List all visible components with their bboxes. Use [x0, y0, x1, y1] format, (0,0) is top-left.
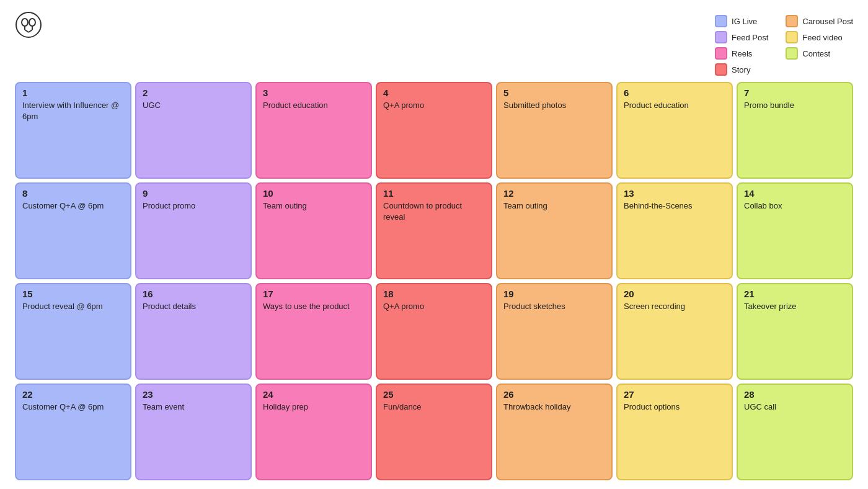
cell-content: UGC: [143, 100, 244, 111]
calendar-cell: 24Holiday prep: [255, 384, 372, 480]
legend-dot-reels: [715, 47, 727, 60]
calendar-cell: 12Team outing: [496, 182, 613, 279]
cell-content: Holiday prep: [263, 402, 365, 413]
cell-number: 4: [383, 88, 485, 97]
calendar-cell: 17Ways to use the product: [255, 283, 372, 380]
svg-point-0: [16, 12, 41, 37]
cell-number: 27: [624, 390, 725, 399]
legend-label-ig-live: IG Live: [732, 17, 757, 26]
cell-content: Q+A promo: [383, 100, 485, 111]
legend-item-feed-post: Feed Post: [715, 31, 768, 43]
svg-point-1: [22, 19, 28, 26]
cell-content: Q+A promo: [383, 301, 485, 312]
legend-label-reels: Reels: [732, 49, 752, 58]
cell-content: Product details: [143, 301, 244, 312]
cell-number: 6: [624, 88, 725, 97]
calendar-cell: 25Fun/dance: [376, 384, 492, 480]
cell-number: 28: [744, 390, 846, 399]
cell-number: 18: [383, 289, 485, 298]
legend-item-feed-video: Feed video: [786, 31, 853, 43]
legend-item-carousel: Carousel Post: [786, 15, 853, 27]
calendar-cell: 23Team event: [135, 384, 252, 480]
calendar-cell: 22Customer Q+A @ 6pm: [15, 384, 131, 480]
cell-number: 19: [503, 289, 605, 298]
calendar-grid: 1Interview with Influencer @ 6pm2UGC3Pro…: [15, 82, 853, 480]
page: IG LiveCarousel PostFeed PostFeed videoR…: [0, 0, 868, 489]
cell-content: Team outing: [263, 200, 365, 212]
svg-point-2: [29, 19, 35, 26]
legend: IG LiveCarousel PostFeed PostFeed videoR…: [715, 15, 853, 76]
cell-content: Product sketches: [503, 301, 605, 312]
calendar-cell: 4Q+A promo: [376, 82, 492, 179]
cell-number: 26: [503, 390, 605, 399]
calendar-cell: 13Behind-the-Scenes: [616, 182, 733, 279]
legend-item-ig-live: IG Live: [715, 15, 768, 27]
calendar-cell: 14Collab box: [737, 182, 853, 279]
legend-dot-story: [715, 63, 727, 76]
cell-number: 1: [22, 88, 124, 97]
cell-content: Team outing: [503, 200, 605, 212]
cell-content: Team event: [143, 402, 244, 413]
cell-number: 9: [143, 189, 244, 198]
cell-number: 17: [263, 289, 365, 298]
cell-content: Ways to use the product: [263, 301, 365, 312]
calendar-cell: 15Product reveal @ 6pm: [15, 283, 131, 380]
cell-content: Screen recording: [624, 301, 725, 312]
legend-item-reels: Reels: [715, 47, 768, 60]
cell-content: Takeover prize: [744, 301, 846, 312]
cell-content: Customer Q+A @ 6pm: [22, 200, 124, 212]
calendar-cell: 26Throwback holiday: [496, 384, 613, 480]
cell-content: Collab box: [744, 200, 846, 212]
calendar-cell: 7Promo bundle: [737, 82, 853, 179]
cell-number: 7: [744, 88, 846, 97]
cell-content: Interview with Influencer @ 6pm: [22, 100, 124, 122]
header: IG LiveCarousel PostFeed PostFeed videoR…: [15, 11, 853, 76]
calendar-cell: 21Takeover prize: [737, 283, 853, 380]
cell-content: Customer Q+A @ 6pm: [22, 402, 124, 413]
calendar-cell: 8Customer Q+A @ 6pm: [15, 182, 131, 279]
calendar-cell: 6Product education: [616, 82, 733, 179]
calendar-cell: 5Submitted photos: [496, 82, 613, 179]
cell-content: Product education: [263, 100, 365, 111]
legend-item-contest: Contest: [786, 47, 853, 60]
cell-content: Product promo: [143, 200, 244, 212]
cell-number: 11: [383, 189, 485, 198]
legend-item-story: Story: [715, 63, 768, 76]
cell-number: 23: [143, 390, 244, 399]
calendar-cell: 18Q+A promo: [376, 283, 492, 380]
calendar-cell: 2UGC: [135, 82, 252, 179]
cell-number: 10: [263, 189, 365, 198]
cell-number: 14: [744, 189, 846, 198]
calendar-cell: 28UGC call: [737, 384, 853, 480]
legend-dot-carousel: [786, 15, 798, 27]
legend-dot-feed-post: [715, 31, 727, 43]
legend-dot-contest: [786, 47, 798, 60]
cell-content: Product reveal @ 6pm: [22, 301, 124, 312]
legend-label-carousel: Carousel Post: [802, 17, 853, 26]
cell-content: Submitted photos: [503, 100, 605, 111]
calendar-cell: 11Countdown to product reveal: [376, 182, 492, 279]
cell-number: 16: [143, 289, 244, 298]
cell-number: 2: [143, 88, 244, 97]
legend-label-contest: Contest: [802, 49, 830, 58]
cell-content: UGC call: [744, 402, 846, 413]
cell-content: Countdown to product reveal: [383, 200, 485, 222]
legend-label-story: Story: [732, 65, 750, 74]
cell-content: Behind-the-Scenes: [624, 200, 725, 212]
legend-dot-feed-video: [786, 31, 798, 43]
cell-content: Throwback holiday: [503, 402, 605, 413]
calendar-cell: 1Interview with Influencer @ 6pm: [15, 82, 131, 179]
cell-number: 12: [503, 189, 605, 198]
cell-content: Fun/dance: [383, 402, 485, 413]
logo-area: [15, 11, 47, 38]
cell-number: 5: [503, 88, 605, 97]
calendar-cell: 19Product sketches: [496, 283, 613, 380]
legend-label-feed-post: Feed Post: [732, 33, 768, 42]
calendar-cell: 20Screen recording: [616, 283, 733, 380]
legend-label-feed-video: Feed video: [802, 33, 842, 42]
cell-number: 13: [624, 189, 725, 198]
cell-content: Product education: [624, 100, 725, 111]
cell-number: 15: [22, 289, 124, 298]
legend-dot-ig-live: [715, 15, 727, 27]
cell-number: 8: [22, 189, 124, 198]
